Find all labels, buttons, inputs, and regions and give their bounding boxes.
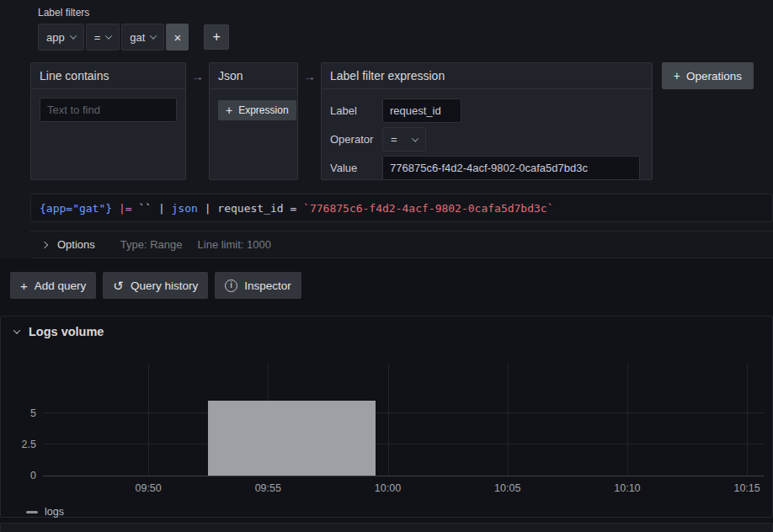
x-tick-label: 10:05 bbox=[494, 482, 520, 494]
options-line-limit: Line limit: 1000 bbox=[198, 238, 271, 251]
plus-icon: + bbox=[212, 29, 220, 45]
vertical-gridline bbox=[627, 364, 628, 476]
chart-legend: logs bbox=[26, 506, 764, 518]
operations-row: Line contains → Json + Expression → Labe… bbox=[30, 62, 773, 180]
value-field-label: Value bbox=[330, 162, 382, 174]
grafana-explore-page: Label filters app = gat × + Lin bbox=[0, 0, 773, 532]
next-panel-top-edge bbox=[0, 523, 773, 532]
filter-label-value: app bbox=[46, 31, 65, 44]
horizontal-gridline bbox=[43, 412, 764, 413]
query-history-button[interactable]: ↺ Query history bbox=[103, 272, 208, 299]
card-title: Label filter expression bbox=[322, 63, 652, 89]
operator-field-select[interactable]: = bbox=[382, 127, 426, 152]
x-tick-label: 10:10 bbox=[614, 482, 640, 494]
close-icon: × bbox=[173, 31, 181, 44]
options-row[interactable]: Options Type: Range Line limit: 1000 bbox=[30, 231, 773, 258]
plus-icon: + bbox=[20, 279, 28, 292]
options-label: Options bbox=[57, 238, 95, 251]
value-field-input[interactable] bbox=[382, 156, 640, 180]
chevron-down-icon bbox=[69, 32, 76, 39]
text-to-find-input[interactable] bbox=[40, 98, 177, 122]
card-title: Json bbox=[210, 63, 297, 89]
panel-title: Logs volume bbox=[29, 325, 104, 338]
plus-icon: + bbox=[226, 104, 232, 116]
options-type: Type: Range bbox=[120, 238, 183, 251]
chevron-down-icon bbox=[13, 327, 20, 333]
add-query-button[interactable]: + Add query bbox=[10, 272, 96, 299]
logs-volume-chart: 02.55 09:5009:5510:0010:0510:1010:15 log… bbox=[43, 364, 764, 518]
y-tick-label: 0 bbox=[4, 470, 36, 481]
legend-swatch bbox=[26, 511, 38, 513]
history-icon: ↺ bbox=[113, 279, 124, 292]
filter-value-value: gat bbox=[130, 31, 145, 44]
y-tick-label: 5 bbox=[4, 407, 36, 419]
plus-icon: + bbox=[674, 70, 680, 82]
operation-card-line-contains: Line contains bbox=[30, 62, 186, 180]
vertical-gridline bbox=[148, 364, 149, 476]
chevron-down-icon bbox=[412, 135, 418, 141]
query-editor: Label filters app = gat × + Lin bbox=[0, 0, 773, 258]
add-query-label: Add query bbox=[35, 279, 87, 292]
operation-card-json: Json + Expression bbox=[209, 62, 298, 180]
x-axis-labels: 09:5009:5510:0010:0510:1010:15 bbox=[43, 482, 764, 497]
x-tick-label: 09:55 bbox=[255, 482, 281, 494]
x-tick-label: 09:50 bbox=[135, 482, 161, 494]
inspector-button[interactable]: i Inspector bbox=[215, 272, 301, 299]
filter-value-select[interactable]: gat bbox=[121, 24, 164, 51]
label-field-label: Label bbox=[330, 104, 382, 117]
operator-field-value: = bbox=[391, 133, 397, 146]
add-filter-button[interactable]: + bbox=[204, 24, 229, 50]
operator-field-label: Operator bbox=[330, 133, 382, 146]
filter-operator-select[interactable]: = bbox=[86, 24, 120, 51]
query-preview-text: {app="gat"} |= `` | json | request_id = … bbox=[40, 202, 554, 215]
card-title: Line contains bbox=[31, 63, 185, 89]
logs-volume-header[interactable]: Logs volume bbox=[1, 317, 772, 343]
legend-label: logs bbox=[45, 506, 64, 518]
vertical-gridline bbox=[508, 364, 509, 476]
chevron-down-icon bbox=[150, 32, 157, 39]
explore-toolbar: + Add query ↺ Query history i Inspector bbox=[10, 272, 773, 299]
query-history-label: Query history bbox=[131, 279, 198, 292]
arrow-right-icon: → bbox=[303, 69, 316, 83]
chevron-right-icon bbox=[41, 241, 48, 247]
operations-button[interactable]: + Operations bbox=[662, 62, 754, 89]
x-tick-label: 10:00 bbox=[375, 482, 401, 494]
add-expression-label: Expression bbox=[238, 104, 288, 116]
vertical-gridline bbox=[747, 364, 748, 476]
query-preview: {app="gat"} |= `` | json | request_id = … bbox=[30, 194, 773, 222]
label-filters-label: Label filters bbox=[38, 7, 773, 19]
legend-item-logs[interactable]: logs bbox=[26, 506, 64, 518]
logs-volume-panel: Logs volume 02.55 09:5009:5510:0010:0510… bbox=[0, 316, 773, 518]
add-expression-button[interactable]: + Expression bbox=[218, 100, 296, 120]
info-icon: i bbox=[225, 279, 237, 292]
vertical-gridline bbox=[388, 364, 389, 476]
operation-card-label-filter-expression: Label filter expression Label Operator = bbox=[321, 62, 653, 180]
operations-button-label: Operations bbox=[686, 70, 742, 82]
logs-volume-bar bbox=[208, 401, 376, 476]
label-filter-row: app = gat × + bbox=[38, 24, 773, 51]
label-field-input[interactable] bbox=[382, 98, 461, 123]
filter-operator-value: = bbox=[94, 31, 101, 44]
filter-label-select[interactable]: app bbox=[38, 24, 84, 51]
x-tick-label: 10:15 bbox=[733, 482, 760, 494]
logs-volume-plot: 02.55 bbox=[43, 364, 764, 476]
remove-filter-button[interactable]: × bbox=[166, 24, 189, 51]
chevron-down-icon bbox=[105, 32, 112, 39]
y-tick-label: 2.5 bbox=[4, 439, 36, 450]
horizontal-gridline bbox=[43, 444, 764, 444]
arrow-right-icon: → bbox=[191, 69, 204, 83]
inspector-label: Inspector bbox=[244, 279, 291, 292]
